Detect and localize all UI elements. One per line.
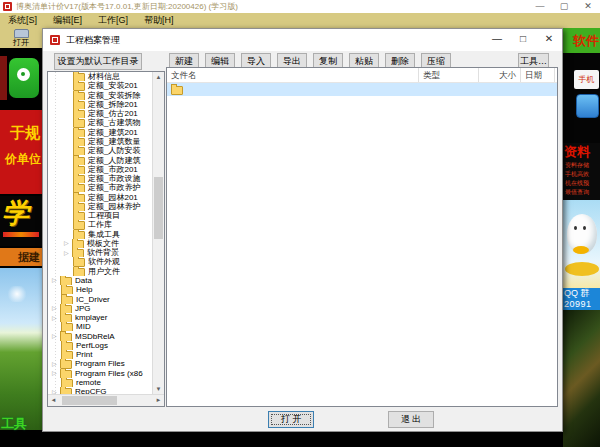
file-list-header[interactable]: 文件名类型大小日期: [167, 68, 557, 83]
main-close-button[interactable]: ✕: [576, 0, 600, 13]
tree-item-label: 定额_市政设施: [88, 174, 140, 183]
ad-red-sliver: [0, 56, 7, 100]
ad-banner-app[interactable]: [0, 52, 42, 108]
dialog-titlebar[interactable]: 工程档案管理 — □ ✕: [43, 29, 562, 51]
tree-item[interactable]: 定额_拆除201: [48, 100, 153, 109]
tree-item[interactable]: PerfLogs: [48, 341, 153, 350]
ad-phone-banner[interactable]: 手机: [563, 53, 600, 143]
folder-icon: [60, 305, 72, 313]
dialog-minimize-button[interactable]: —: [484, 29, 510, 51]
column-header-date[interactable]: 日期: [521, 68, 555, 82]
tree-item[interactable]: 定额_人防安装: [48, 146, 153, 155]
ad-ziliao-lines: 资料存储手机高效机在线预最值查询: [563, 161, 600, 197]
main-window-title: 博奥清单计价V17(版本号17.0.01,更新日期:20200426) (学习版…: [16, 1, 238, 12]
menu-edit[interactable]: 编辑[E]: [53, 14, 82, 27]
folder-icon: [73, 221, 85, 229]
scrollbar-thumb[interactable]: [154, 177, 163, 239]
tree-item[interactable]: 工程项目: [48, 211, 153, 220]
expand-arrow-icon[interactable]: ▷: [52, 314, 60, 322]
tree-item[interactable]: remote: [48, 378, 153, 387]
main-maximize-button[interactable]: ▢: [552, 0, 576, 13]
expand-arrow-icon[interactable]: ▷: [52, 276, 60, 284]
menu-system[interactable]: 系统[S]: [8, 14, 37, 27]
tree-item[interactable]: ▷Data: [48, 276, 153, 285]
tree-item[interactable]: 定额_市政养护: [48, 183, 153, 192]
menu-work[interactable]: 工作[G]: [98, 14, 128, 27]
folder-icon: [73, 157, 85, 165]
ad-photo-snake[interactable]: [563, 310, 600, 447]
scroll-up-icon[interactable]: ▲: [153, 72, 164, 83]
folder-icon: [60, 277, 72, 285]
ad-qq-group[interactable]: QQ 群 20991: [563, 288, 600, 310]
tree-item[interactable]: 工作库: [48, 220, 153, 229]
tree-item[interactable]: Help: [48, 285, 153, 294]
tree-item[interactable]: Print: [48, 350, 153, 359]
tree-item[interactable]: 定额_建筑201: [48, 128, 153, 137]
tree-item[interactable]: 定额_仿古201: [48, 109, 153, 118]
folder-icon: [73, 184, 85, 192]
ad-tools-label: 工具: [1, 415, 27, 433]
main-toolbar: 打开: [0, 28, 42, 48]
expand-arrow-icon[interactable]: ▷: [52, 369, 60, 377]
column-header-size[interactable]: 大小: [479, 68, 521, 82]
ad-red-text-2: 价单位: [0, 151, 41, 168]
tree-item[interactable]: 集成工具: [48, 230, 153, 239]
file-list-row[interactable]: [167, 83, 557, 96]
menu-help[interactable]: 帮助[H]: [144, 14, 174, 27]
tree-item[interactable]: ▷MSDbRelA: [48, 331, 153, 340]
column-header-type[interactable]: 类型: [419, 68, 479, 82]
tree-item-label: 定额_建筑201: [88, 128, 138, 137]
ad-photo-grass[interactable]: [0, 268, 42, 430]
file-list-body: [167, 83, 557, 96]
tree-item[interactable]: 定额_人防建筑: [48, 155, 153, 164]
expand-arrow-icon[interactable]: ▷: [52, 304, 60, 312]
tree-item[interactable]: ▷Program Files: [48, 359, 153, 368]
tree-item[interactable]: 定额_古建筑物: [48, 118, 153, 127]
ad-ziliao-line: 最值查询: [563, 188, 600, 197]
expand-arrow-icon[interactable]: ▷: [52, 360, 60, 368]
ad-banner-red[interactable]: 于规 价单位: [0, 110, 42, 194]
tree-item-label: 定额_建筑数量: [88, 137, 140, 146]
exit-button[interactable]: 退 出: [388, 411, 434, 428]
main-minimize-button[interactable]: —: [528, 0, 552, 13]
tree-item[interactable]: 定额_安装201: [48, 81, 153, 90]
tree-item[interactable]: ▷软件背景: [48, 248, 153, 257]
tree-item[interactable]: IC_Driver: [48, 294, 153, 303]
tree-horizontal-scrollbar[interactable]: ◄ ►: [48, 394, 164, 406]
tree-item[interactable]: 定额_市政设施: [48, 174, 153, 183]
folder-icon: [61, 379, 73, 387]
tree-item[interactable]: ▷kmplayer: [48, 313, 153, 322]
scrollbar-thumb[interactable]: [62, 396, 117, 405]
tree-item[interactable]: ▷模板文件: [48, 239, 153, 248]
ad-qq-duck-image[interactable]: [563, 200, 600, 288]
tree-item[interactable]: 材料信息: [48, 72, 153, 81]
open-button[interactable]: 打 开: [268, 411, 314, 428]
scroll-right-icon[interactable]: ►: [153, 395, 164, 406]
ad-ziliao-banner[interactable]: 资料 资料存储手机高效机在线预最值查询: [563, 143, 600, 200]
tree-item[interactable]: 定额_市政201: [48, 165, 153, 174]
ad-software-banner[interactable]: 软件: [563, 28, 600, 53]
tree-item[interactable]: 定额_安装拆除: [48, 91, 153, 100]
tree-vertical-scrollbar[interactable]: ▲ ▼: [152, 72, 164, 395]
expand-arrow-icon[interactable]: ▷: [64, 239, 72, 247]
tree-item[interactable]: 定额_建筑数量: [48, 137, 153, 146]
column-header-name[interactable]: 文件名: [167, 68, 419, 82]
dialog-close-button[interactable]: ✕: [536, 29, 562, 51]
tree-item-label: 定额_市政201: [88, 165, 138, 174]
tree-item[interactable]: ▷Program Files (x86: [48, 369, 153, 378]
main-open-button[interactable]: 打开: [13, 38, 29, 47]
tree-item[interactable]: 软件外观: [48, 257, 153, 266]
ad-banner-calligraphy[interactable]: 学: [0, 196, 42, 246]
set-default-dir-button[interactable]: 设置为默认工作目录: [54, 53, 142, 70]
expand-arrow-icon[interactable]: ▷: [52, 332, 60, 340]
tree-item[interactable]: 定额_园林养护: [48, 202, 153, 211]
expand-arrow-icon[interactable]: ▷: [64, 249, 72, 257]
tree-item[interactable]: 用户文件: [48, 267, 153, 276]
scroll-left-icon[interactable]: ◄: [48, 395, 59, 406]
dialog-maximize-button[interactable]: □: [510, 29, 536, 51]
tree-item[interactable]: ▷JPG: [48, 304, 153, 313]
tree-item[interactable]: MID: [48, 322, 153, 331]
tree-item[interactable]: 定额_园林201: [48, 192, 153, 201]
ad-banner-orange[interactable]: 据建: [0, 248, 42, 266]
folder-icon: [73, 110, 85, 118]
